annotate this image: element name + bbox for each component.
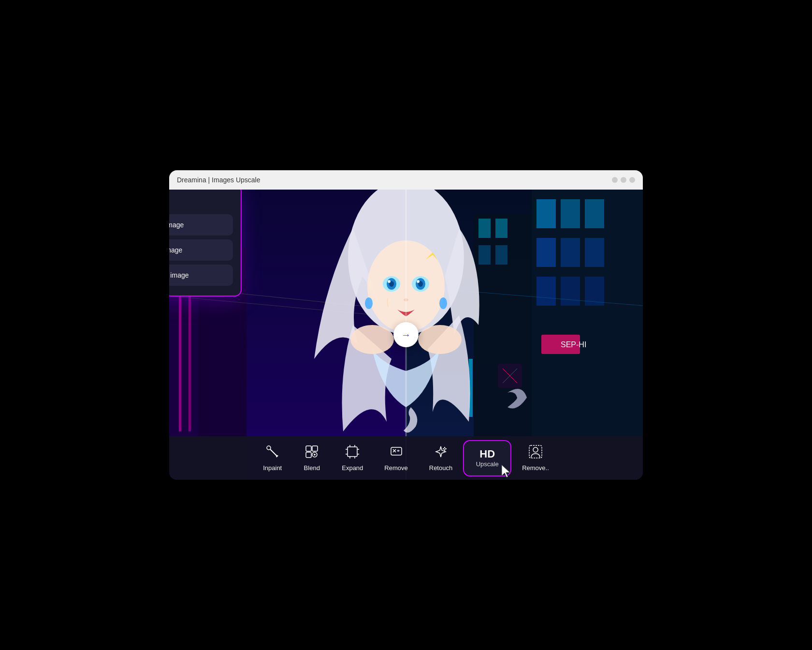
remove-tool[interactable]: Remove (374, 441, 418, 475)
inpaint-icon (266, 445, 279, 461)
svg-rect-64 (312, 446, 318, 451)
upload-image-item[interactable]: Upload image (169, 214, 233, 236)
create-panel: ←| Create Upload image (169, 190, 242, 296)
upscale-label: Upscale (476, 460, 499, 468)
blend-tool[interactable]: Blend (292, 441, 331, 475)
svg-point-48 (365, 297, 373, 309)
svg-rect-22 (536, 277, 556, 306)
upload-image-label: Upload image (169, 221, 184, 229)
remove-person-tool[interactable]: Remove.. (511, 441, 560, 475)
svg-point-81 (533, 447, 538, 452)
blend-icon (305, 445, 319, 461)
svg-point-51 (418, 325, 462, 354)
arrow-right-icon: → (401, 329, 411, 340)
expand-label: Expand (342, 464, 363, 472)
expand-tool[interactable]: Expand (331, 441, 374, 475)
svg-rect-19 (536, 238, 556, 267)
hd-upscale-section: HD Upscale (463, 440, 511, 476)
svg-rect-65 (306, 452, 311, 458)
browser-title: Dreamina | Images Upscale (177, 176, 635, 184)
text-to-image-label: Text to image (169, 246, 182, 254)
image-to-image-label: Image to image (169, 271, 189, 279)
svg-rect-18 (585, 199, 604, 228)
browser-dots (612, 177, 635, 183)
retouch-icon (434, 445, 448, 461)
svg-point-50 (350, 325, 394, 354)
retouch-label: Retouch (429, 464, 452, 472)
browser-dot-3 (629, 177, 635, 183)
image-to-image-item[interactable]: Image to image (169, 265, 233, 286)
svg-rect-28 (478, 219, 491, 238)
svg-rect-69 (348, 447, 357, 457)
browser-dot-2 (621, 177, 626, 183)
remove-icon (390, 445, 403, 461)
hd-label: HD (479, 448, 495, 460)
browser-titlebar: Dreamina | Images Upscale (169, 170, 643, 190)
browser-dot-1 (612, 177, 618, 183)
svg-rect-31 (495, 245, 508, 265)
svg-rect-30 (478, 245, 491, 265)
expand-icon (346, 445, 359, 461)
remove-person-label: Remove.. (522, 464, 549, 472)
cursor-container (499, 464, 514, 480)
svg-rect-20 (561, 238, 580, 267)
svg-rect-17 (561, 199, 580, 228)
svg-point-45 (388, 280, 391, 283)
text-to-image-item[interactable]: Text to image (169, 239, 233, 261)
svg-text:SEP-HI: SEP-HI (561, 340, 586, 349)
svg-rect-78 (391, 447, 402, 455)
compare-arrow-button[interactable]: → (393, 322, 419, 347)
svg-marker-79 (502, 465, 510, 477)
svg-rect-63 (306, 446, 311, 451)
blend-label: Blend (304, 464, 320, 472)
create-header: ←| Create (169, 195, 233, 206)
svg-point-49 (439, 297, 447, 309)
svg-rect-29 (495, 219, 508, 238)
inpaint-label: Inpaint (263, 464, 282, 472)
svg-rect-16 (536, 199, 556, 228)
remove-person-icon (529, 445, 542, 461)
svg-point-46 (417, 280, 420, 283)
retouch-tool[interactable]: Retouch (419, 441, 463, 475)
svg-rect-21 (585, 238, 604, 267)
inpaint-tool[interactable]: Inpaint (252, 441, 292, 475)
browser-window: Dreamina | Images Upscale (169, 170, 643, 480)
bottom-toolbar: Inpaint Blend (169, 436, 643, 480)
browser-content: SEP-HI (169, 190, 643, 480)
svg-rect-23 (561, 277, 580, 306)
remove-label: Remove (384, 464, 407, 472)
svg-point-61 (267, 446, 271, 450)
